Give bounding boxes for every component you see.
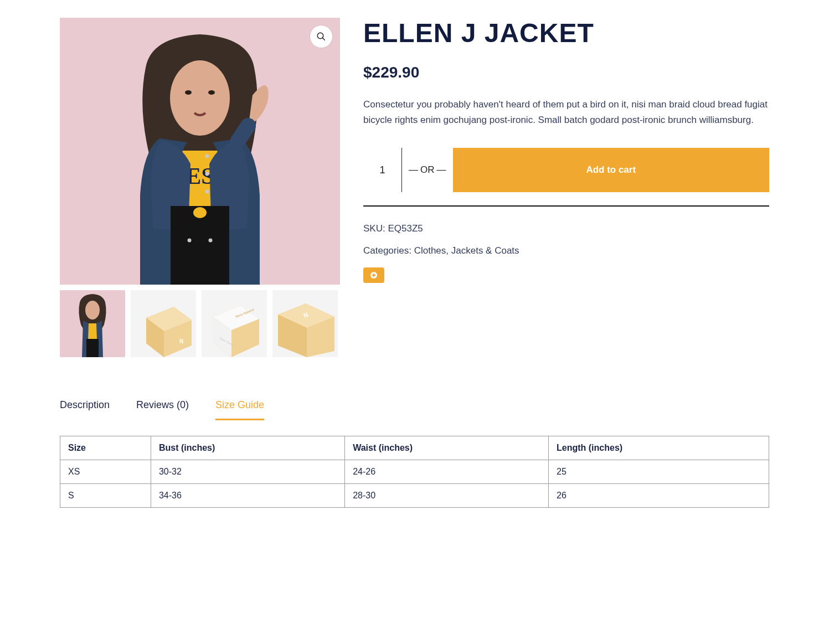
sku-label: SKU: [363,223,388,234]
or-separator: OR [402,148,453,192]
svg-text:N: N [179,338,183,344]
tab-size-guide[interactable]: Size Guide [215,399,264,420]
add-to-cart-button[interactable]: Add to cart [453,148,770,192]
table-row: S 34-36 28-30 26 [60,484,769,508]
product-tabs: Description Reviews (0) Size Guide [60,399,769,420]
svg-point-3 [185,90,192,95]
product-title: ELLEN J JACKET [363,18,769,48]
th-bust: Bust (inches) [151,436,344,460]
quantity-input-wrap [363,148,402,192]
svg-point-11 [188,239,192,243]
size-guide-table: Size Bust (inches) Waist (inches) Length… [60,436,769,508]
categories-links[interactable]: Clothes, Jackets & Coats [414,245,519,256]
table-row: XS 30-32 24-26 25 [60,460,769,484]
th-waist: Waist (inches) [345,436,549,460]
tab-description[interactable]: Description [60,399,110,420]
svg-point-10 [205,190,209,194]
wishlist-button[interactable] [363,267,384,283]
zoom-icon-button[interactable] [310,25,332,48]
table-header-row: Size Bust (inches) Waist (inches) Length… [60,436,769,460]
thumbnail-3[interactable]: Neve ApparelNeve Theme [202,290,267,357]
svg-point-2 [170,60,230,136]
sku-line: SKU: EQ53Z5 [363,223,769,234]
svg-point-9 [205,172,209,176]
thumbnail-1[interactable] [60,290,125,357]
thumbnail-2[interactable]: N [131,290,196,357]
th-length: Length (inches) [549,436,769,460]
quantity-input[interactable] [363,164,401,176]
svg-point-12 [209,239,213,243]
product-description: Consectetur you probably haven't heard o… [363,97,769,128]
svg-point-4 [208,90,215,95]
svg-point-7 [193,207,207,218]
tab-reviews[interactable]: Reviews (0) [136,399,189,420]
product-price: $229.90 [363,64,769,81]
svg-line-14 [322,38,325,40]
magnifier-icon [316,32,326,42]
divider [363,205,769,207]
svg-point-13 [317,33,323,39]
categories-line: Categories: Clothes, Jackets & Coats [363,245,769,256]
th-size: Size [60,436,151,460]
svg-rect-19 [86,339,99,357]
product-main-image[interactable]: ES [60,18,340,285]
svg-point-8 [205,154,209,158]
categories-label: Categories: [363,245,414,256]
svg-point-17 [85,301,100,320]
sku-value: EQ53Z5 [388,223,423,234]
thumbnail-4[interactable]: N [272,290,338,357]
plus-circle-icon [369,271,378,280]
